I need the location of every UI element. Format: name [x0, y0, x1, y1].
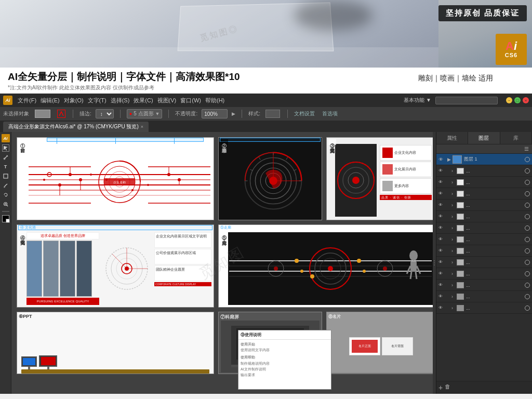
opacity-input[interactable]: [202, 109, 228, 118]
layer-circle-7[interactable]: [525, 237, 530, 242]
layer-arrow-3: ›: [451, 191, 457, 196]
tab-properties[interactable]: 属性: [436, 132, 468, 144]
layer-row-13[interactable]: 👁 › ...: [436, 302, 532, 314]
function-selector[interactable]: 基本功能 ▼: [404, 97, 431, 104]
color-fill-tool[interactable]: [2, 215, 9, 222]
layer-circle-3[interactable]: [525, 191, 530, 196]
brush-tool[interactable]: [2, 182, 9, 189]
menu-view[interactable]: 视图(V): [157, 97, 177, 104]
stock-search-input[interactable]: [435, 97, 498, 104]
circuit-svg: 企业名称: [28, 146, 211, 218]
layer-eye-13[interactable]: 👁: [438, 305, 446, 310]
layer-row-8[interactable]: 👁 › ...: [436, 245, 532, 257]
layer-eye-4[interactable]: 👁: [438, 203, 446, 207]
layer-row-1[interactable]: 👁 › ...: [436, 165, 532, 177]
layer-eye-10[interactable]: 👁: [438, 271, 446, 276]
layer-circle-9[interactable]: [525, 260, 530, 265]
pen-tool[interactable]: [2, 154, 9, 161]
cs6-label: CS6: [505, 52, 517, 58]
layer-arrow-13: ›: [451, 305, 457, 311]
menu-help[interactable]: 帮助(H): [205, 97, 224, 104]
tab-library[interactable]: 库: [500, 132, 532, 144]
minimize-button[interactable]: －: [506, 97, 512, 103]
panel-culture: ④ 文化墙 ④文化墙 追求卓越品质 创造世界品牌 PU: [17, 224, 214, 308]
layer-eye-12[interactable]: 👁: [438, 294, 446, 299]
layer-row-3[interactable]: 👁 › ...: [436, 188, 532, 200]
layer-row-11[interactable]: 👁 › ...: [436, 280, 532, 291]
panel-front-label: ①前台: [19, 139, 26, 145]
layer-eye-icon[interactable]: 👁: [438, 157, 446, 162]
close-button[interactable]: ×: [523, 97, 529, 103]
ai-cs6-badge: Ai CS6: [496, 34, 527, 65]
layer-eye-9[interactable]: 👁: [438, 260, 446, 264]
layer-expand-arrow[interactable]: ▶: [447, 157, 453, 162]
layer-eye-5[interactable]: 👁: [438, 214, 446, 219]
tab-layers[interactable]: 图层: [468, 132, 500, 144]
style-swatch[interactable]: [265, 110, 280, 118]
panel-ppt: ⑥PPT: [17, 312, 214, 374]
type-tool[interactable]: T: [2, 163, 9, 170]
layer-circle-6[interactable]: [525, 225, 530, 231]
zoom-tool[interactable]: [2, 201, 9, 208]
select-tool[interactable]: [2, 144, 9, 152]
layer-row-9[interactable]: 👁 › ...: [436, 257, 532, 268]
layer-circle-10[interactable]: [525, 271, 530, 276]
layer-eye-3[interactable]: 👁: [438, 191, 446, 196]
color-swatch[interactable]: [35, 110, 50, 118]
toolbar-right: 基本功能 ▼ － □ ×: [404, 97, 529, 104]
layer-row-12[interactable]: 👁 › ...: [436, 291, 532, 302]
layer-thumb-1: [457, 168, 464, 174]
layer-circle-2[interactable]: [525, 180, 530, 185]
layer-eye-11[interactable]: 👁: [438, 283, 446, 287]
separator-2: [120, 110, 121, 118]
layer-row-7[interactable]: 👁 › ...: [436, 234, 532, 245]
layer-eye-6[interactable]: 👁: [438, 225, 446, 230]
layer-circle-1[interactable]: [525, 168, 530, 174]
form-wall-svg: [227, 144, 320, 218]
layer-circle-13[interactable]: [525, 305, 530, 311]
preferences-btn[interactable]: 首选项: [322, 110, 338, 117]
layer-eye-1[interactable]: 👁: [438, 168, 446, 173]
layer-eye-7[interactable]: 👁: [438, 237, 446, 242]
add-layer-button[interactable]: +: [438, 383, 443, 392]
menu-object[interactable]: 对象(O): [64, 97, 84, 104]
document-tab[interactable]: 高端企业形象源文件AIcs6.ai* @ 17% (CMYK/GPU 预览) ×: [3, 122, 149, 132]
layer-select-circle[interactable]: [525, 157, 530, 162]
layer-row-2[interactable]: 👁 › ...: [436, 177, 532, 188]
layer-thumb-12: [457, 294, 464, 300]
menu-file[interactable]: 文件(F): [18, 97, 36, 104]
layer-circle-4[interactable]: [525, 203, 530, 208]
layers-menu-icon[interactable]: ☰: [524, 146, 529, 152]
ai-badge-box: Ai CS6: [496, 34, 527, 65]
layer-eye-8[interactable]: 👁: [438, 248, 446, 253]
delete-layer-button[interactable]: 🗑: [445, 383, 450, 392]
rect-tool[interactable]: [2, 172, 9, 180]
maximize-button[interactable]: □: [514, 97, 521, 103]
doc-settings-btn[interactable]: 文档设置: [294, 110, 315, 117]
layer-row-4[interactable]: 👁 › ...: [436, 200, 532, 211]
layer-row-main[interactable]: 👁 ▶ 图层 1: [436, 154, 532, 165]
layer-name-11: ...: [466, 283, 524, 288]
menu-effect[interactable]: 效果(C): [134, 97, 153, 104]
tab-close-button[interactable]: ×: [141, 124, 143, 129]
layer-row-6[interactable]: 👁 › ...: [436, 222, 532, 234]
svg-line-93: [410, 272, 411, 279]
canvas-area[interactable]: 觅知图 ①前台: [11, 132, 433, 394]
layer-row-10[interactable]: 👁 › ...: [436, 268, 532, 280]
layer-circle-8[interactable]: [525, 248, 530, 254]
layer-circle-11[interactable]: [525, 283, 530, 288]
menu-window[interactable]: 窗口(W): [180, 97, 201, 104]
layer-circle-5[interactable]: [525, 214, 530, 219]
layer-eye-2[interactable]: 👁: [438, 180, 446, 184]
menu-select[interactable]: 选择(S): [111, 97, 130, 104]
menu-edit[interactable]: 编辑(E): [41, 97, 60, 104]
toolbar: Ai 文件(F) 编辑(E) 对象(O) 文字(T) 选择(S) 效果(C) 视…: [0, 94, 532, 107]
brush-type[interactable]: ● 5 点圆形 ▼: [127, 109, 163, 118]
panel-card-instructions: ⑧名片 名片正面 名片背面: [326, 312, 433, 374]
rotate-tool[interactable]: [2, 191, 9, 198]
layer-arrow-1: ›: [451, 168, 457, 174]
layer-row-5[interactable]: 👁 › ...: [436, 211, 532, 222]
stroke-select[interactable]: ↕: [96, 109, 114, 118]
menu-text[interactable]: 文字(T): [88, 97, 107, 104]
layer-circle-12[interactable]: [525, 294, 530, 299]
